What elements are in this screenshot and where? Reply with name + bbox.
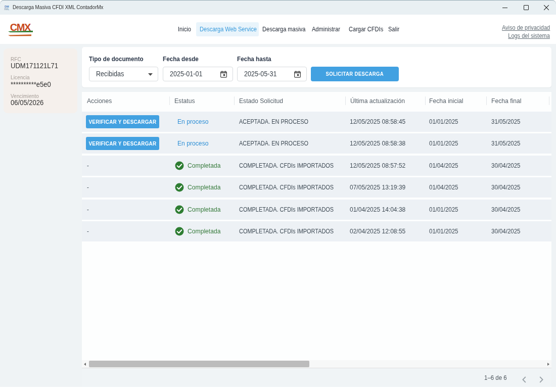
svg-text:XML: XML <box>4 8 10 11</box>
